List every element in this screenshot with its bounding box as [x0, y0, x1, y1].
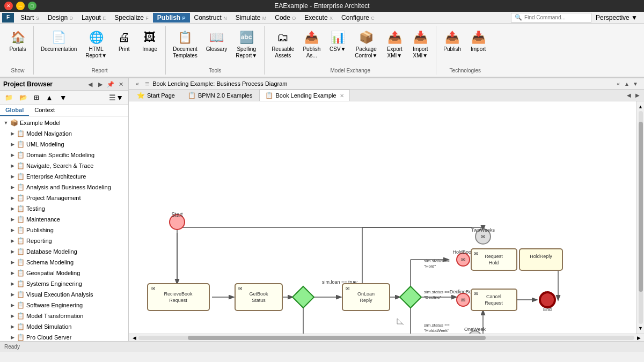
expand-domain-specific[interactable]: ▶	[9, 151, 16, 159]
publish-as-button[interactable]: 📤 PublishAs...	[299, 27, 324, 61]
expand-analysis-business[interactable]: ▶	[9, 183, 16, 191]
pb-forward-button[interactable]: ▶	[96, 80, 105, 88]
expand-schema-modeling[interactable]: ▶	[9, 258, 16, 266]
glossary-button[interactable]: 📖 Glossary	[202, 27, 231, 55]
pb-back-button[interactable]: ◀	[86, 80, 94, 88]
menu-layout[interactable]: Layout E	[77, 13, 110, 23]
diagram-area[interactable]: Start ✉ RecieveBook Request ✉ GetBook St…	[129, 101, 636, 334]
print-button[interactable]: 🖨 Print	[112, 27, 136, 55]
tree-item-database-modeling[interactable]: ▶ 📋 Database Modeling	[0, 246, 128, 257]
pb-close-button[interactable]: ✕	[116, 80, 125, 88]
hscroll-left[interactable]: ◀	[130, 334, 138, 342]
document-templates-button[interactable]: 📋 DocumentTemplates	[169, 27, 201, 61]
tree-item-publishing[interactable]: ▶ 📋 Publishing	[0, 225, 128, 235]
package-control-button[interactable]: 📦 PackageControl▼	[351, 27, 381, 61]
tree-item-project-mgmt[interactable]: ▶ 📋 Project Management	[0, 193, 128, 203]
expand-software-eng[interactable]: ▶	[9, 301, 16, 309]
expand-systems-eng[interactable]: ▶	[9, 280, 16, 287]
pb-add-button[interactable]: ⊞	[31, 92, 42, 103]
menu-start[interactable]: Start S	[16, 13, 43, 23]
menu-simulate[interactable]: Simulate M	[231, 13, 271, 23]
minimize-button[interactable]: ─	[16, 2, 25, 10]
import-xmi-button[interactable]: 📥 ImportXMI▼	[408, 27, 433, 61]
menu-execute[interactable]: Execute X	[300, 13, 337, 23]
pb-menu-button[interactable]: ☰▼	[106, 92, 126, 104]
expand-model-simulation[interactable]: ▶	[9, 323, 16, 330]
menu-publish[interactable]: Publish P	[153, 13, 190, 23]
maximize-button[interactable]: □	[28, 2, 36, 10]
expand-database-modeling[interactable]: ▶	[9, 248, 16, 255]
tree-item-maintenance[interactable]: ▶ 📋 Maintenance	[0, 214, 128, 225]
tab-start-page[interactable]: ⭐ Start Page	[131, 90, 181, 101]
tab-book-lending-close[interactable]: ✕	[340, 93, 344, 99]
expand-reporting[interactable]: ▶	[9, 237, 16, 245]
vscroll-track[interactable]	[639, 111, 643, 324]
tree-item-model-simulation[interactable]: ▶ 📋 Model Simulation	[0, 321, 128, 332]
breadcrumb-nav-up[interactable]: ▲	[623, 79, 631, 88]
tree-item-systems-eng[interactable]: ▶ 📋 Systems Engineering	[0, 278, 128, 289]
vscroll-up[interactable]: ▲	[636, 102, 645, 111]
ribbon-search-input[interactable]	[524, 14, 588, 20]
expand-model-navigation[interactable]: ▶	[9, 130, 16, 137]
tree-item-navigate-search[interactable]: ▶ 📋 Navigate, Search & Trace	[0, 160, 128, 171]
tree-item-example-model[interactable]: ▼ 📦 Example Model	[0, 117, 128, 128]
close-button[interactable]: ✕	[4, 2, 13, 10]
portals-button[interactable]: 🏠 Portals	[5, 27, 30, 55]
expand-enterprise-arch[interactable]: ▶	[9, 173, 16, 180]
app-logo[interactable]: F	[2, 13, 14, 23]
tree-item-analysis-business[interactable]: ▶ 📋 Analysis and Business Modeling	[0, 182, 128, 193]
documentation-button[interactable]: 📄 Documentation	[37, 27, 80, 55]
perspective-button[interactable]: Perspective ▼	[591, 13, 642, 23]
expand-example-model[interactable]: ▼	[2, 119, 10, 127]
tree-item-model-transform[interactable]: ▶ 📋 Model Transformation	[0, 311, 128, 321]
spelling-button[interactable]: 🔤 SpellingReport▼	[232, 27, 261, 61]
tabs-nav-right[interactable]: ▶	[633, 91, 642, 100]
csv-button[interactable]: 📊 CSV▼	[325, 27, 350, 55]
expand-project-mgmt[interactable]: ▶	[9, 194, 16, 202]
pb-new-button[interactable]: 📁	[2, 92, 16, 103]
tree-item-uml-modeling[interactable]: ▶ 📋 UML Modeling	[0, 139, 128, 150]
horizontal-scrollbar[interactable]: ◀ ▶	[129, 334, 644, 341]
tree-item-geospatial[interactable]: ▶ 📋 Geospatial Modeling	[0, 268, 128, 278]
expand-visual-exec[interactable]: ▶	[9, 291, 16, 298]
pb-up-button[interactable]: ▲	[43, 92, 56, 104]
vscroll-thumb[interactable]	[639, 122, 643, 292]
expand-navigate-search[interactable]: ▶	[9, 162, 16, 169]
menu-configure[interactable]: Configure C	[337, 13, 379, 23]
export-xmi-button[interactable]: 📤 ExportXMI▼	[382, 27, 407, 61]
expand-geospatial[interactable]: ▶	[9, 269, 16, 277]
expand-publishing[interactable]: ▶	[9, 226, 16, 234]
breadcrumb-collapse-right[interactable]: «	[614, 79, 623, 88]
pb-down-button[interactable]: ▼	[57, 92, 70, 104]
menu-code[interactable]: Code O	[270, 13, 300, 23]
menu-design[interactable]: Design D	[43, 13, 77, 23]
hscroll-track[interactable]	[138, 336, 634, 340]
pb-pin-button[interactable]: 📌	[106, 80, 115, 88]
pb-open-button[interactable]: 📂	[17, 92, 30, 103]
pb-tab-context[interactable]: Context	[29, 105, 60, 116]
menu-construct[interactable]: Construct N	[190, 13, 231, 23]
pb-tab-global[interactable]: Global	[0, 105, 29, 116]
tree-item-schema-modeling[interactable]: ▶ 📋 Schema Modeling	[0, 257, 128, 268]
expand-model-transform[interactable]: ▶	[9, 312, 16, 320]
tree-item-visual-exec[interactable]: ▶ 📋 Visual Execution Analysis	[0, 289, 128, 300]
tree-item-domain-specific[interactable]: ▶ 📋 Domain Specific Modeling	[0, 150, 128, 160]
expand-maintenance[interactable]: ▶	[9, 216, 16, 223]
reusable-assets-button[interactable]: 🗂 ReusableAssets	[268, 27, 298, 61]
hscroll-right[interactable]: ▶	[634, 334, 643, 342]
tab-bpmn-examples[interactable]: 📋 BPMN 2.0 Examples	[182, 90, 258, 101]
tree-item-pro-cloud[interactable]: ▶ 📋 Pro Cloud Server	[0, 332, 128, 341]
html-report-button[interactable]: 🌐 HTMLReport▼	[82, 27, 111, 61]
breadcrumb-collapse-left[interactable]: «	[133, 79, 142, 88]
image-button[interactable]: 🖼 Image	[137, 27, 162, 55]
expand-pro-cloud[interactable]: ▶	[9, 334, 16, 341]
publish-button[interactable]: 📤 Publish	[440, 27, 465, 55]
import-button[interactable]: 📥 Import	[466, 27, 491, 55]
tree-item-testing[interactable]: ▶ 📋 Testing	[0, 203, 128, 214]
tree-item-software-eng[interactable]: ▶ 📋 Software Engineering	[0, 300, 128, 311]
vertical-scrollbar[interactable]: ▲ ▼	[636, 101, 644, 334]
vscroll-down[interactable]: ▼	[636, 324, 645, 333]
tabs-nav-left[interactable]: ◀	[625, 91, 633, 100]
tree-item-reporting[interactable]: ▶ 📋 Reporting	[0, 235, 128, 246]
tab-book-lending[interactable]: 📋 Book Lending Example ✕	[259, 90, 349, 101]
